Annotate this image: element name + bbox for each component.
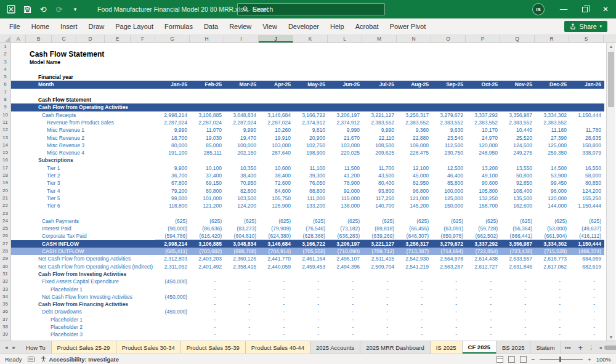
cell-r25-c9[interactable]: (63,091) — [431, 225, 466, 232]
row-label-cash-flow-from-operating-activities[interactable]: Cash Flow from Operating Activities — [11, 103, 155, 111]
row-number-19[interactable]: 19 — [0, 179, 11, 187]
cell-r40-c3[interactable] — [224, 339, 259, 341]
cell-r15-c10[interactable]: 248,950 — [466, 149, 500, 156]
cell-r30-c2[interactable]: 2,401,492 — [190, 263, 224, 270]
cell-r7-c6[interactable] — [328, 89, 362, 96]
cell-r40-c12[interactable] — [535, 339, 569, 341]
cell-r33-c11[interactable]: - — [500, 286, 535, 293]
cell-r12-c12[interactable]: 11,160 — [535, 126, 569, 134]
cell-r35-c8[interactable]: - — [397, 301, 431, 308]
cell-r35-c13[interactable]: - — [569, 301, 604, 308]
cell-r3-c7[interactable] — [362, 59, 397, 66]
cell-r20-c4[interactable]: 84,600 — [259, 187, 293, 195]
cell-r18-c9[interactable]: 46,400 — [431, 172, 466, 179]
column-header-H[interactable]: H — [190, 35, 224, 42]
cell-r22-c4[interactable]: 126,900 — [259, 202, 293, 209]
cell-r11-c9[interactable]: 2,383,552 — [431, 119, 466, 126]
cell-r11-c6[interactable]: 2,374,912 — [328, 119, 362, 126]
cell-r21-c8[interactable]: 121,000 — [397, 195, 431, 202]
cell-r9-c2[interactable] — [190, 103, 224, 111]
cell-r15-c9[interactable]: 230,750 — [431, 149, 466, 156]
cell-r19-c8[interactable]: 82,950 — [397, 179, 431, 187]
cell-r16-c10[interactable] — [466, 156, 500, 164]
cell-r25-c12[interactable]: (53,000) — [535, 225, 569, 232]
cell-r30-c5[interactable]: 2,459,453 — [293, 263, 328, 270]
ribbon-tab-formulas[interactable]: Formulas — [159, 20, 198, 33]
cell-r9-c13[interactable] — [569, 103, 604, 111]
cell-r1-c11[interactable] — [500, 43, 535, 51]
cell-r22-c12[interactable]: 144,000 — [535, 202, 569, 209]
cell-r11-c7[interactable]: 2,383,552 — [362, 119, 397, 126]
cell-r31-c13[interactable] — [569, 270, 604, 278]
cell-r36-c10[interactable]: - — [466, 308, 500, 315]
cell-r27-c1[interactable]: 2,998,214 — [155, 240, 190, 248]
cell-r9-c9[interactable] — [431, 103, 466, 111]
cell-r37-c4[interactable]: - — [259, 316, 293, 323]
cell-r21-c4[interactable]: 105,750 — [259, 195, 293, 202]
cell-r22-c13[interactable]: 1,150,444 — [569, 202, 604, 209]
cell-r13-c3[interactable]: 19,470 — [224, 134, 259, 142]
column-header-E[interactable]: E — [105, 35, 131, 42]
cell-r25-c8[interactable]: (66,455) — [397, 225, 431, 232]
cell-r37-c11[interactable]: - — [500, 316, 535, 323]
cell-r7-c8[interactable] — [397, 89, 431, 96]
cell-r12-c9[interactable]: 9,630 — [431, 126, 466, 134]
cell-r38-c11[interactable]: - — [500, 323, 535, 331]
cell-r10-c8[interactable]: 3,256,317 — [397, 111, 431, 119]
cell-r2-c11[interactable] — [500, 51, 535, 58]
cell-r38-c2[interactable]: - — [190, 323, 224, 331]
column-header-D[interactable]: D — [76, 35, 105, 42]
cell-r23-c8[interactable] — [397, 210, 431, 217]
cell-r31-c4[interactable] — [259, 270, 293, 278]
cell-r31-c10[interactable] — [466, 270, 500, 278]
ribbon-tab-help[interactable]: Help — [325, 20, 350, 33]
cell-r1-c7[interactable] — [362, 43, 397, 51]
cell-r18-c8[interactable]: 45,000 — [397, 172, 431, 179]
cell-r16-c6[interactable] — [328, 156, 362, 164]
cell-r14-c11[interactable]: 124,500 — [500, 142, 535, 149]
vertical-scroll-thumb[interactable] — [608, 52, 614, 107]
row-number-16[interactable]: 16 — [0, 156, 11, 164]
zoom-out-icon[interactable]: − — [532, 356, 535, 363]
row-label-tier-5[interactable]: Tier 5 — [11, 195, 155, 202]
cell-r16-c9[interactable] — [431, 156, 466, 164]
cell-r4-c6[interactable] — [328, 66, 362, 73]
cell-r11-c4[interactable]: 2,287,024 — [259, 119, 293, 126]
cell-r15-c5[interactable]: 198,900 — [293, 149, 328, 156]
cell-r40-c6[interactable] — [328, 339, 362, 341]
cell-r17-c2[interactable]: 10,100 — [190, 164, 224, 172]
column-header-O[interactable]: O — [431, 35, 466, 42]
cell-r14-c12[interactable]: 125,000 — [535, 142, 569, 149]
cell-r36-c13[interactable]: - — [569, 308, 604, 315]
row-label-debt-drawdowns[interactable]: Debt Drawdowns — [11, 308, 155, 315]
cell-r16-c7[interactable] — [362, 156, 397, 164]
cell-r2-c9[interactable] — [431, 51, 466, 58]
cell-r27-c9[interactable]: 3,279,672 — [431, 240, 466, 248]
cell-r32-c1[interactable]: (450,000) — [155, 278, 190, 285]
cell-r4-c3[interactable] — [224, 66, 259, 73]
cell-r26-c7[interactable]: (639,269) — [362, 232, 397, 240]
minimize-button[interactable]: — — [553, 0, 574, 18]
ribbon-tab-developer[interactable]: Developer — [283, 20, 325, 33]
cell-r2-c5[interactable] — [293, 51, 328, 58]
cell-r5-c13[interactable] — [569, 73, 604, 81]
cell-r38-c3[interactable]: - — [224, 323, 259, 331]
cell-r5-c8[interactable] — [397, 73, 431, 81]
cell-r23-c5[interactable] — [293, 210, 328, 217]
cell-r24-c7[interactable]: (625) — [362, 217, 397, 225]
cell-r16-c8[interactable] — [397, 156, 431, 164]
page-break-view-icon[interactable] — [520, 356, 527, 363]
cell-r6-c6[interactable]: Jun-25 — [328, 81, 362, 88]
cell-r22-c3[interactable]: 124,200 — [224, 202, 259, 209]
cell-r37-c13[interactable]: - — [569, 316, 604, 323]
cell-r32-c9[interactable]: - — [431, 278, 466, 285]
cell-r18-c6[interactable]: 41,200 — [328, 172, 362, 179]
row-number-6[interactable]: 6 — [0, 81, 11, 88]
cell-r16-c12[interactable] — [535, 156, 569, 164]
search-input[interactable]: Search — [237, 3, 385, 15]
cell-r5-c4[interactable] — [259, 73, 293, 81]
cell-r12-c4[interactable]: 10,260 — [259, 126, 293, 134]
cell-r8-c10[interactable] — [466, 96, 500, 103]
cell-r7-c1[interactable] — [155, 89, 190, 96]
cell-r21-c1[interactable]: 99,000 — [155, 195, 190, 202]
